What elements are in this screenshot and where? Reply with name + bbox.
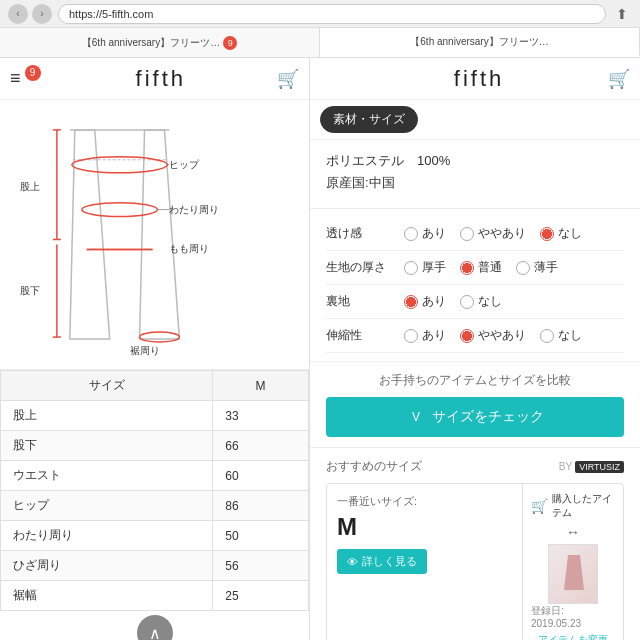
cart-icon-left[interactable]: 🛒 bbox=[277, 68, 299, 90]
share-button[interactable]: ⬆ bbox=[612, 4, 632, 24]
rec-size-value: M bbox=[337, 513, 512, 541]
stretch-option-0[interactable]: あり bbox=[404, 327, 446, 344]
size-row-label: ヒップ bbox=[1, 491, 213, 521]
rec-item-image bbox=[548, 544, 598, 604]
svg-text:股上: 股上 bbox=[20, 181, 40, 192]
rec-card: 一番近いサイズ: M 👁 詳しく見る 🛒 購入したアイテム ↔ 登録日:2 bbox=[326, 483, 624, 640]
table-row: 股下66 bbox=[1, 431, 309, 461]
table-row: 股上33 bbox=[1, 401, 309, 431]
thickness-option-2[interactable]: 薄手 bbox=[516, 259, 558, 276]
browser-tabs: 【6th anniversary】フリーツ… 9 【6th anniversar… bbox=[0, 28, 640, 58]
col-header-value: M bbox=[213, 371, 309, 401]
table-row: ヒップ86 bbox=[1, 491, 309, 521]
back-button[interactable]: ‹ bbox=[8, 4, 28, 24]
back-to-top-button[interactable]: ∧ bbox=[137, 615, 173, 640]
thickness-option-0[interactable]: 厚手 bbox=[404, 259, 446, 276]
right-panel: fifth 🛒 素材・サイズ ポリエステル 100% 原産国:中国 透け感 あり bbox=[310, 58, 640, 640]
rec-size-label: 一番近いサイズ: bbox=[337, 494, 512, 509]
left-panel: ≡ 9 fifth 🛒 bbox=[0, 58, 310, 640]
logo-right: fifth bbox=[454, 66, 504, 92]
stretch-option-2[interactable]: なし bbox=[540, 327, 582, 344]
transparency-option-0[interactable]: あり bbox=[404, 225, 446, 242]
virtusiz-brand: VIRTUSIZ bbox=[575, 461, 624, 473]
polyester-row: ポリエステル 100% bbox=[326, 152, 624, 170]
radio-thickness-1 bbox=[460, 261, 474, 275]
svg-text:股下: 股下 bbox=[20, 285, 40, 296]
eye-icon: 👁 bbox=[347, 556, 358, 568]
browser-bar: ‹ › https://5-fifth.com ⬆ bbox=[0, 0, 640, 28]
radio-transparency-1 bbox=[460, 227, 474, 241]
rec-right-header: 🛒 購入したアイテム bbox=[531, 492, 615, 520]
purchased-label: 購入したアイテム bbox=[552, 492, 615, 520]
radio-lining-0 bbox=[404, 295, 418, 309]
size-row-value: 25 bbox=[213, 581, 309, 611]
lining-option-1[interactable]: なし bbox=[460, 293, 502, 310]
rec-change-label[interactable]: アイテムを変更 bbox=[531, 633, 615, 640]
stretch-options: あり ややあり なし bbox=[404, 327, 582, 344]
radio-stretch-0 bbox=[404, 329, 418, 343]
size-table-area: サイズ M 股上33股下66ウエスト60ヒップ86わたり周り50ひざ周り56裾幅… bbox=[0, 370, 309, 640]
size-row-value: 86 bbox=[213, 491, 309, 521]
virtusiz-logo: BY VIRTUSIZ bbox=[559, 461, 624, 473]
transparency-options: あり ややあり なし bbox=[404, 225, 582, 242]
rec-detail-button[interactable]: 👁 詳しく見る bbox=[337, 549, 427, 574]
size-row-label: わたり周り bbox=[1, 521, 213, 551]
thickness-option-1[interactable]: 普通 bbox=[460, 259, 502, 276]
radio-lining-1 bbox=[460, 295, 474, 309]
rec-size-area: 一番近いサイズ: M 👁 詳しく見る bbox=[327, 484, 523, 640]
cart-small-icon: 🛒 bbox=[531, 498, 548, 514]
left-app-header: ≡ 9 fifth 🛒 bbox=[0, 58, 309, 100]
size-row-value: 50 bbox=[213, 521, 309, 551]
transparency-option-1[interactable]: ややあり bbox=[460, 225, 526, 242]
size-row-label: 股下 bbox=[1, 431, 213, 461]
lining-option-0[interactable]: あり bbox=[404, 293, 446, 310]
address-bar[interactable]: https://5-fifth.com bbox=[58, 4, 606, 24]
transparency-option-2[interactable]: なし bbox=[540, 225, 582, 242]
tab-1[interactable]: 【6th anniversary】フリーツ… 9 bbox=[0, 28, 320, 57]
logo-left: fifth bbox=[45, 66, 277, 92]
material-section: ポリエステル 100% 原産国:中国 bbox=[310, 140, 640, 209]
stretch-option-1[interactable]: ややあり bbox=[460, 327, 526, 344]
recommended-section: おすすめのサイズ BY VIRTUSIZ 一番近いサイズ: M 👁 詳しく見る bbox=[310, 447, 640, 640]
menu-badge: 9 bbox=[25, 65, 41, 81]
size-row-label: ウエスト bbox=[1, 461, 213, 491]
table-row: わたり周り50 bbox=[1, 521, 309, 551]
right-app-header: fifth 🛒 bbox=[310, 58, 640, 100]
table-row: ウエスト60 bbox=[1, 461, 309, 491]
tab-material-size[interactable]: 素材・サイズ bbox=[320, 106, 418, 133]
size-check-button[interactable]: V サイズをチェック bbox=[326, 397, 624, 437]
size-row-value: 33 bbox=[213, 401, 309, 431]
cart-icon-right[interactable]: 🛒 bbox=[608, 68, 630, 90]
radio-thickness-2 bbox=[516, 261, 530, 275]
main-content: ≡ 9 fifth 🛒 bbox=[0, 58, 640, 640]
virtusiz-v-icon: V bbox=[406, 407, 426, 427]
properties-section: 透け感 あり ややあり なし bbox=[310, 209, 640, 361]
transparency-row: 透け感 あり ややあり なし bbox=[326, 217, 624, 251]
size-row-value: 66 bbox=[213, 431, 309, 461]
rec-title: おすすめのサイズ bbox=[326, 458, 422, 475]
radio-stretch-2 bbox=[540, 329, 554, 343]
lining-label: 裏地 bbox=[326, 293, 396, 310]
radio-transparency-0 bbox=[404, 227, 418, 241]
size-tabs-row: 素材・サイズ bbox=[310, 100, 640, 140]
size-row-label: 股上 bbox=[1, 401, 213, 431]
thickness-row: 生地の厚さ 厚手 普通 薄手 bbox=[326, 251, 624, 285]
svg-text:わたり周り: わたり周り bbox=[169, 204, 219, 215]
size-row-value: 60 bbox=[213, 461, 309, 491]
rec-purchased-area: 🛒 購入したアイテム ↔ 登録日:2019.05.23 アイテムを変更 bbox=[523, 484, 623, 640]
lining-options: あり なし bbox=[404, 293, 502, 310]
table-row: ひざ周り56 bbox=[1, 551, 309, 581]
svg-text:裾周り: 裾周り bbox=[130, 345, 160, 356]
svg-text:ヒップ: ヒップ bbox=[169, 159, 200, 170]
size-row-value: 56 bbox=[213, 551, 309, 581]
rec-header: おすすめのサイズ BY VIRTUSIZ bbox=[326, 458, 624, 475]
hamburger-icon[interactable]: ≡ bbox=[10, 68, 21, 89]
forward-button[interactable]: › bbox=[32, 4, 52, 24]
tab-2[interactable]: 【6th anniversary】フリーツ… bbox=[320, 28, 640, 57]
radio-thickness-0 bbox=[404, 261, 418, 275]
transparency-label: 透け感 bbox=[326, 225, 396, 242]
tab-badge-1: 9 bbox=[223, 36, 237, 50]
origin-row: 原産国:中国 bbox=[326, 174, 624, 192]
svg-text:もも周り: もも周り bbox=[169, 243, 209, 254]
size-row-label: ひざ周り bbox=[1, 551, 213, 581]
